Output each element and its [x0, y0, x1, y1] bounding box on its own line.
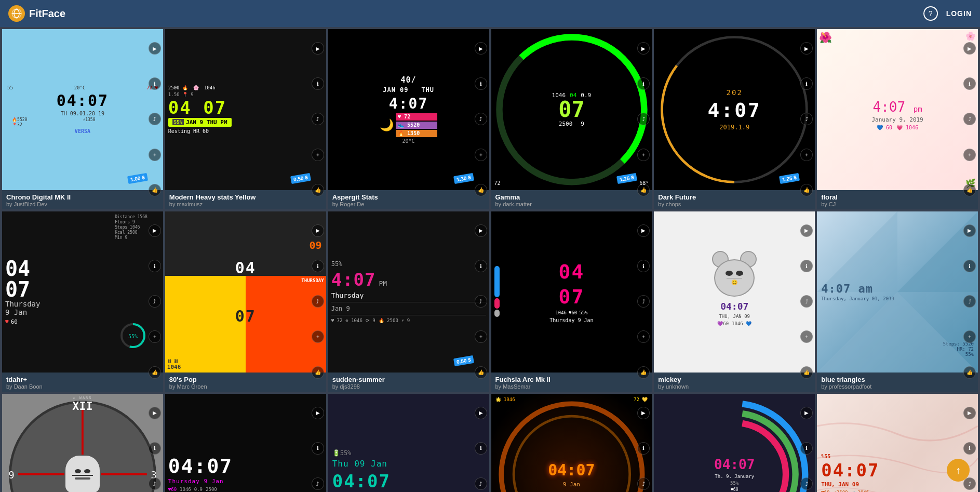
card-80s-pop[interactable]: 09 ⛓ ⛓ 1046 THURSDAY 04 07 [165, 211, 326, 392]
info-button[interactable]: ℹ [963, 260, 976, 272]
like-button[interactable]: 👍 [312, 366, 324, 379]
card-aspergit[interactable]: 40/JAN 09 THU 4:07 🌙 ♥ 72 👟 5520 🔥 1350 … [328, 29, 489, 209]
play-button[interactable]: ▶ [312, 224, 324, 237]
card-modern-heavy[interactable]: 2500 🔥🌸1046 1.56 📍 9 04 07 55% JAN 9 THU… [165, 29, 326, 209]
info-button[interactable]: ℹ [475, 260, 487, 272]
card-fuchsia-arc[interactable]: 04 07 1046♥6055% Thursday 9 Jan ▶ ℹ ⤴ ＋ … [491, 211, 652, 392]
like-button[interactable]: 👍 [800, 184, 813, 196]
info-button[interactable]: ℹ [800, 77, 813, 90]
like-button[interactable]: 👍 [637, 366, 650, 379]
share-button[interactable]: ⤴ [475, 295, 487, 308]
add-button[interactable]: ＋ [963, 149, 976, 161]
watch-face-stormtrooper: XII 3 VI 9 ★ WARS [2, 394, 163, 492]
share-button[interactable]: ⤴ [800, 477, 813, 490]
share-button[interactable]: ⤴ [149, 477, 161, 490]
info-button[interactable]: ℹ [637, 77, 650, 90]
play-button[interactable]: ▶ [800, 407, 813, 419]
play-button[interactable]: ▶ [963, 42, 976, 55]
card-stormtrooper[interactable]: XII 3 VI 9 ★ WARS [2, 394, 163, 492]
share-button[interactable]: ⤴ [637, 477, 650, 490]
info-button[interactable]: ℹ [963, 442, 976, 455]
like-button[interactable]: 👍 [475, 184, 487, 196]
add-button[interactable]: ＋ [637, 330, 650, 343]
card-sudden-summer[interactable]: 55% 4:07 PM Thursday Jan 9 ♥ 72⊕ 1046⟳ 9… [328, 211, 489, 392]
add-button[interactable]: ＋ [475, 330, 487, 343]
play-button[interactable]: ▶ [312, 42, 324, 55]
play-button[interactable]: ▶ [149, 224, 161, 237]
scroll-up-button[interactable]: ↑ [947, 459, 970, 482]
share-button[interactable]: ⤴ [637, 295, 650, 308]
add-button[interactable]: ＋ [312, 330, 324, 343]
info-button[interactable]: ℹ [149, 442, 161, 455]
info-button[interactable]: ℹ [149, 260, 161, 272]
add-button[interactable]: ＋ [475, 149, 487, 161]
info-button[interactable]: ℹ [800, 260, 813, 272]
share-button[interactable]: ⤴ [800, 295, 813, 308]
add-button[interactable]: ＋ [800, 149, 813, 161]
card-fire-ring[interactable]: 🌟 1046 72 💛 04:07 9 Jan 🔋55% ▶ ℹ ⤴ ＋ 👍 f… [491, 394, 652, 492]
play-button[interactable]: ▶ [637, 42, 650, 55]
like-button[interactable]: 👍 [312, 184, 324, 196]
play-button[interactable]: ▶ [800, 42, 813, 55]
share-button[interactable]: ⤴ [149, 113, 161, 125]
play-button[interactable]: ▶ [475, 42, 487, 55]
info-button[interactable]: ℹ [312, 77, 324, 90]
like-button[interactable]: 👍 [963, 184, 976, 196]
play-button[interactable]: ▶ [475, 407, 487, 419]
play-button[interactable]: ▶ [475, 224, 487, 237]
like-button[interactable]: 👍 [963, 366, 976, 379]
card-dark-future[interactable]: 202 4:07 2019.1.9 ▶ ℹ ⤴ ＋ 👍 Dark Future … [654, 29, 815, 209]
play-button[interactable]: ▶ [637, 224, 650, 237]
card-title: tdahr+ [6, 376, 159, 383]
add-button[interactable]: ＋ [637, 149, 650, 161]
card-title: Gamma [495, 193, 648, 201]
like-button[interactable]: 👍 [800, 366, 813, 379]
card-mickey[interactable]: 😊 04:07 THU, JAN 09 💜601046 💙 ▶ ℹ ⤴ ＋ 👍 … [654, 211, 815, 392]
info-button[interactable]: ℹ [475, 442, 487, 455]
add-button[interactable]: ＋ [312, 149, 324, 161]
share-button[interactable]: ⤴ [963, 113, 976, 125]
info-button[interactable]: ℹ [312, 442, 324, 455]
card-gamma[interactable]: 1046040.9 07 25009 72 68° ▶ ℹ ⤴ ＋ 👍 Gamm… [491, 29, 652, 209]
card-floral[interactable]: 🌺 🌸 4:07 pm January 9, 2019 💙 60💗 1046 🌿… [817, 29, 978, 209]
share-button[interactable]: ⤴ [149, 295, 161, 308]
play-button[interactable]: ▶ [963, 224, 976, 237]
card-blue-triangles[interactable]: 4:07 am Thursday, January 01, 2019 Steps… [817, 211, 978, 392]
share-button[interactable]: ⤴ [637, 113, 650, 125]
card-neon-green[interactable]: 04:07 Thursday 9 Jan ♥60 1046 0.9 2500 ▶… [165, 394, 326, 492]
add-button[interactable]: ＋ [963, 330, 976, 343]
share-button[interactable]: ⤴ [963, 477, 976, 490]
share-button[interactable]: ⤴ [963, 295, 976, 308]
share-button[interactable]: ⤴ [312, 113, 324, 125]
play-button[interactable]: ▶ [963, 407, 976, 419]
like-button[interactable]: 👍 [475, 366, 487, 379]
card-teal-digital[interactable]: 🔋55% Thu 09 Jan 04:07 🔥 1046⚡2500⟳9♥72 ▶… [328, 394, 489, 492]
add-button[interactable]: ＋ [149, 330, 161, 343]
card-tdahr[interactable]: Distance 1568 Floors 9 Steps 1046 Kcal 2… [2, 211, 163, 392]
add-button[interactable]: ＋ [149, 149, 161, 161]
share-button[interactable]: ⤴ [475, 113, 487, 125]
card-chrono-digital[interactable]: 5520°C72 ♥ 04:07 TH 09.01.20 19 🔥5520⚡13… [2, 29, 163, 209]
play-button[interactable]: ▶ [637, 407, 650, 419]
like-button[interactable]: 👍 [149, 184, 161, 196]
info-button[interactable]: ℹ [475, 77, 487, 90]
play-button[interactable]: ▶ [312, 407, 324, 419]
info-button[interactable]: ℹ [637, 442, 650, 455]
play-button[interactable]: ▶ [800, 224, 813, 237]
share-button[interactable]: ⤴ [312, 477, 324, 490]
add-button[interactable]: ＋ [800, 330, 813, 343]
share-button[interactable]: ⤴ [475, 477, 487, 490]
info-button[interactable]: ℹ [312, 260, 324, 272]
share-button[interactable]: ⤴ [312, 295, 324, 308]
play-button[interactable]: ▶ [149, 42, 161, 55]
info-button[interactable]: ℹ [149, 77, 161, 90]
share-button[interactable]: ⤴ [800, 113, 813, 125]
like-button[interactable]: 👍 [149, 366, 161, 379]
login-button[interactable]: LOGIN [946, 9, 972, 18]
info-button[interactable]: ℹ [800, 442, 813, 455]
help-button[interactable]: ? [923, 6, 938, 21]
info-button[interactable]: ℹ [963, 77, 976, 90]
card-circles[interactable]: 04:07 Th. 9. January 55% ♥60 ▶ ℹ ⤴ ＋ 👍 c… [654, 394, 815, 492]
play-button[interactable]: ▶ [149, 407, 161, 419]
info-button[interactable]: ℹ [637, 260, 650, 272]
